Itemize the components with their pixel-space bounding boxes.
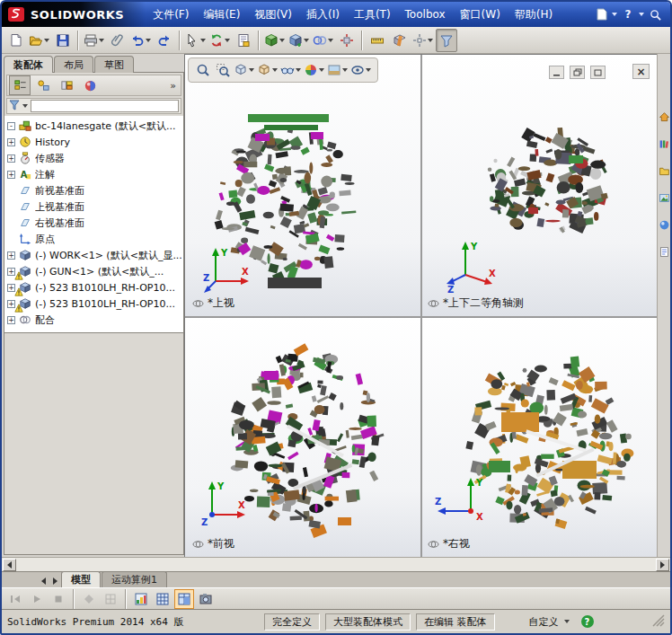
edit-component-icon[interactable] xyxy=(263,29,287,52)
insert-component-icon[interactable] xyxy=(287,29,311,52)
tree-item-5[interactable]: 上视基准面 xyxy=(4,198,183,215)
menu-item-2[interactable]: 视图(V) xyxy=(247,4,299,26)
design-library-icon[interactable] xyxy=(659,138,670,150)
expand-toggle[interactable]: + xyxy=(7,171,15,179)
property-manager-tab-icon[interactable] xyxy=(32,75,54,95)
home-icon[interactable] xyxy=(659,111,670,123)
menu-item-5[interactable]: Toolbox xyxy=(398,4,453,24)
menu-item-1[interactable]: 编辑(E) xyxy=(196,4,247,26)
print-icon[interactable] xyxy=(83,29,106,52)
scroll-right-button[interactable] xyxy=(656,559,669,571)
tree-item-3[interactable]: +A注解 xyxy=(4,166,183,182)
zoom-fit-icon[interactable] xyxy=(194,60,212,80)
tree-item-12[interactable]: +配合 xyxy=(4,312,183,328)
menu-item-4[interactable]: 工具(T) xyxy=(347,4,398,26)
save-icon[interactable] xyxy=(52,29,74,52)
vertical-splitter[interactable] xyxy=(420,55,422,558)
dropdown-arrow[interactable] xyxy=(342,68,348,72)
section-view-icon[interactable] xyxy=(389,29,411,52)
panel-tab-1[interactable]: 布局 xyxy=(54,56,93,73)
dropdown-arrow[interactable] xyxy=(428,39,433,42)
hide-show-items-icon[interactable] xyxy=(280,60,302,80)
expand-toggle[interactable]: + xyxy=(7,154,15,163)
dropdown-arrow[interactable] xyxy=(564,620,570,623)
mate-icon[interactable] xyxy=(312,29,335,52)
edit-appearance-icon[interactable] xyxy=(304,60,325,80)
maximize-button[interactable] xyxy=(590,66,606,79)
view-settings-icon[interactable] xyxy=(350,60,372,80)
restore-button[interactable] xyxy=(570,66,585,79)
dropdown-arrow[interactable] xyxy=(44,39,49,42)
expand-toggle[interactable]: + xyxy=(7,316,15,324)
zoom-area-icon[interactable] xyxy=(214,60,232,80)
tree-item-1[interactable]: +History xyxy=(4,134,183,150)
horizontal-scrollbar[interactable] xyxy=(2,557,670,571)
dropdown-arrow[interactable] xyxy=(639,13,644,16)
screenshot-icon[interactable] xyxy=(196,589,216,609)
undo-icon[interactable] xyxy=(129,29,153,52)
measure-icon[interactable] xyxy=(367,29,388,52)
quick-tips-icon[interactable]: ? xyxy=(581,615,594,628)
dropdown-arrow[interactable] xyxy=(328,39,333,42)
minimize-button[interactable] xyxy=(549,66,564,79)
tree-item-4[interactable]: 前视基准面 xyxy=(4,182,183,198)
status-custom-dropdown[interactable]: 自定义 xyxy=(524,614,576,630)
help-icon[interactable]: ? xyxy=(620,6,636,22)
dropdown-arrow[interactable] xyxy=(146,39,151,42)
tree-item-6[interactable]: 右视基准面 xyxy=(4,215,183,231)
tree-filter-input[interactable] xyxy=(31,100,179,112)
interference-table-icon[interactable] xyxy=(153,589,172,609)
graphics-area[interactable]: Y X Z Y X Z Y X Z Y Z X xyxy=(184,54,659,559)
filter-funnel-icon[interactable] xyxy=(9,100,20,113)
display-manager-tab-icon[interactable] xyxy=(79,75,101,95)
assembly-visualization-icon[interactable] xyxy=(131,589,151,609)
attach-icon[interactable] xyxy=(107,29,128,52)
viewport-canvas[interactable]: Y X Z Y X Z Y X Z Y Z X xyxy=(185,55,658,558)
close-icon[interactable]: × xyxy=(632,64,650,79)
menu-item-0[interactable]: 文件(F) xyxy=(146,4,196,26)
doc-tab-1[interactable]: 运动算例1 xyxy=(102,571,167,587)
dropdown-arrow[interactable] xyxy=(249,68,254,72)
tree-item-11[interactable]: +(-) 523 B1010LH_RH-OP10... xyxy=(4,295,183,312)
scroll-left-button[interactable] xyxy=(3,559,16,571)
apply-scene-icon[interactable] xyxy=(327,60,349,80)
view-palette-icon[interactable] xyxy=(659,192,670,204)
new-document-icon[interactable] xyxy=(593,6,609,22)
options-gear-icon[interactable] xyxy=(411,29,435,52)
appearances-icon[interactable] xyxy=(659,219,670,231)
tree-item-9[interactable]: +(-) GUN<1> (默认<默认_... xyxy=(4,263,183,279)
tree-item-7[interactable]: 原点 xyxy=(4,231,183,247)
open-icon[interactable] xyxy=(28,29,51,52)
doc-tab-0[interactable]: 模型 xyxy=(61,571,101,587)
display-pane-toggle-icon[interactable] xyxy=(174,589,194,609)
file-explorer-icon[interactable] xyxy=(659,165,670,177)
expand-toggle[interactable]: - xyxy=(7,122,15,130)
view-orientation-icon[interactable] xyxy=(234,60,255,80)
rebuild-icon[interactable] xyxy=(208,29,232,52)
search-icon[interactable] xyxy=(647,6,663,22)
feature-manager-tab-icon[interactable] xyxy=(9,75,31,95)
dropdown-arrow[interactable] xyxy=(279,39,285,42)
panel-tab-2[interactable]: 草图 xyxy=(94,56,134,73)
panel-tab-0[interactable]: 装配体 xyxy=(4,56,53,73)
select-icon[interactable] xyxy=(184,29,208,52)
tab-scroll-right-icon[interactable] xyxy=(49,575,60,586)
tree-item-10[interactable]: +(-) 523 B1010LH_RH-OP10... xyxy=(4,279,183,295)
expand-toggle[interactable]: + xyxy=(7,138,15,146)
display-style-icon[interactable] xyxy=(257,60,279,80)
dropdown-arrow[interactable] xyxy=(99,39,104,42)
menu-item-6[interactable]: 窗口(W) xyxy=(453,4,508,26)
custom-properties-icon[interactable] xyxy=(659,246,670,258)
dropdown-arrow[interactable] xyxy=(272,68,278,72)
panel-overflow-chevron[interactable]: » xyxy=(167,80,179,92)
dropdown-arrow[interactable] xyxy=(225,39,230,42)
configuration-manager-tab-icon[interactable] xyxy=(56,75,77,95)
dropdown-arrow[interactable] xyxy=(366,68,371,72)
dropdown-arrow[interactable] xyxy=(296,68,301,72)
dropdown-arrow[interactable] xyxy=(304,39,309,42)
selection-filter-icon[interactable] xyxy=(436,29,457,52)
dropdown-arrow[interactable] xyxy=(319,68,324,72)
menu-item-3[interactable]: 插入(I) xyxy=(299,4,347,26)
move-component-icon[interactable] xyxy=(336,29,358,52)
tab-scroll-left-icon[interactable] xyxy=(38,575,49,586)
